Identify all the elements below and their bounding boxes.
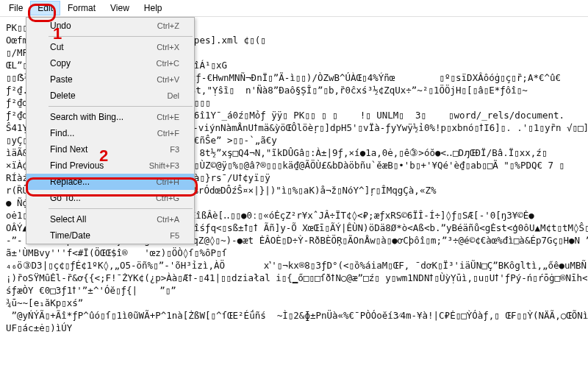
- shortcut: Ctrl+A: [157, 215, 179, 224]
- label: Find Next: [50, 144, 87, 155]
- shortcut: Ctrl+H: [157, 177, 179, 186]
- label: Copy: [50, 58, 71, 68]
- shortcut: Ctrl+X: [157, 43, 179, 52]
- edit-dropdown: Undo Ctrl+Z Cut Ctrl+X Copy Ctrl+C Paste…: [26, 17, 195, 244]
- label: Delete: [50, 91, 76, 101]
- shortcut: F5: [170, 231, 179, 240]
- shortcut: Ctrl+V: [157, 75, 179, 84]
- menuitem-search-bing[interactable]: Search with Bing... Ctrl+E: [26, 109, 194, 125]
- menuitem-copy[interactable]: Copy Ctrl+C: [26, 55, 194, 71]
- separator: [49, 36, 193, 37]
- shortcut: Ctrl+E: [157, 113, 179, 121]
- menuitem-goto[interactable]: Go To... Ctrl+G: [26, 190, 194, 206]
- shortcut: Ctrl+C: [157, 59, 179, 68]
- menu-help[interactable]: Help: [137, 1, 170, 15]
- separator: [49, 106, 193, 107]
- menuitem-find-previous[interactable]: Find Previous Shift+F3: [26, 158, 194, 174]
- label: Find...: [50, 128, 74, 138]
- shortcut: Ctrl+G: [156, 194, 179, 202]
- shortcut: Del: [167, 91, 179, 100]
- menu-format[interactable]: Format: [60, 1, 103, 15]
- label: Cut: [50, 42, 64, 52]
- label: Undo: [50, 21, 71, 31]
- shortcut: Ctrl+F: [157, 129, 179, 138]
- menuitem-undo[interactable]: Undo Ctrl+Z: [26, 18, 194, 34]
- menu-edit[interactable]: Edit: [30, 1, 60, 15]
- label: Search with Bing...: [50, 112, 123, 122]
- menuitem-time-date[interactable]: Time/Date F5: [26, 227, 194, 244]
- menuitem-replace[interactable]: Replace... Ctrl+H: [26, 174, 194, 190]
- menuitem-cut[interactable]: Cut Ctrl+X: [26, 39, 194, 55]
- menuitem-find[interactable]: Find... Ctrl+F: [26, 125, 194, 141]
- label: Select All: [50, 214, 86, 224]
- menuitem-select-all[interactable]: Select All Ctrl+A: [26, 211, 194, 227]
- label: Time/Date: [50, 230, 90, 241]
- label: Paste: [50, 74, 73, 85]
- label: Replace...: [50, 177, 90, 187]
- label: Find Previous: [50, 160, 104, 171]
- menuitem-find-next[interactable]: Find Next F3: [26, 141, 194, 158]
- menuitem-delete[interactable]: Delete Del: [26, 88, 194, 104]
- shortcut: Ctrl+Z: [157, 21, 179, 30]
- menubar: File Edit Format View Help: [0, 0, 588, 17]
- menuitem-paste[interactable]: Paste Ctrl+V: [26, 71, 194, 88]
- menu-file[interactable]: File: [1, 1, 30, 15]
- separator: [49, 208, 193, 209]
- shortcut: F3: [170, 145, 179, 154]
- menu-view[interactable]: View: [103, 1, 137, 15]
- shortcut: Shift+F3: [149, 161, 179, 170]
- label: Go To...: [50, 193, 81, 203]
